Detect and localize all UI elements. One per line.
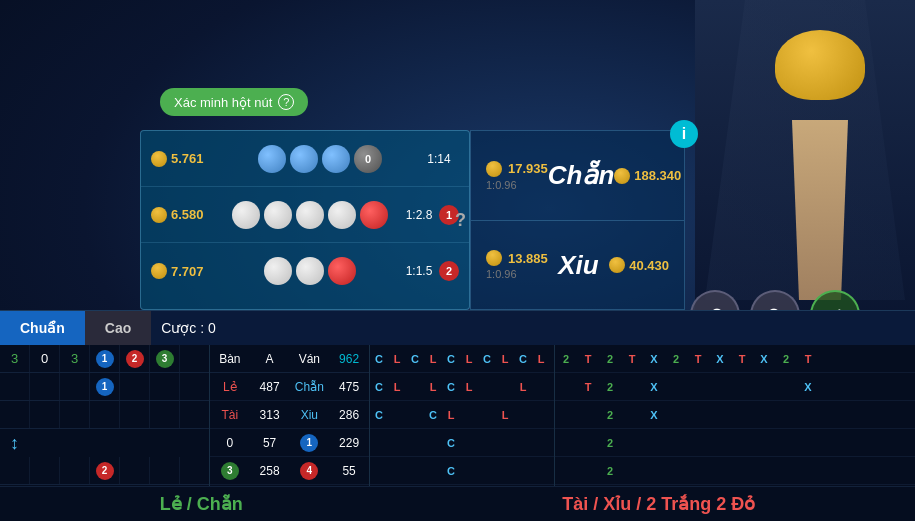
pr2-5: L: [442, 401, 460, 428]
stat-cell-2-2: [30, 373, 60, 400]
bet-option-chan[interactable]: 17.935 1:0.96 Chẵn 188.340: [470, 130, 685, 220]
mid-row-4: 3 258 4 55: [210, 457, 369, 485]
stat-cell-4-2: [30, 457, 60, 484]
rh-5: X: [643, 345, 665, 372]
stat-cell-3-1: [0, 401, 30, 428]
ratio-3: 1:1.5: [399, 264, 439, 278]
ph-8: L: [496, 345, 514, 372]
stat-cell-2-5: [120, 373, 150, 400]
pr2-1: C: [370, 401, 388, 428]
rr2-9: [731, 401, 753, 428]
pr3-1: [370, 429, 388, 456]
cao-button[interactable]: Cao: [85, 311, 151, 345]
pr3-4: [424, 429, 442, 456]
pr1-1: C: [370, 373, 388, 400]
pattern-row-1: C L L C L L: [370, 373, 554, 401]
xiu-left: 13.885: [486, 250, 548, 266]
rr3-10: [753, 429, 775, 456]
bet-amount-3: 7.707: [151, 263, 221, 279]
tai-label: Tài: [210, 401, 250, 428]
dice-2-3: [296, 201, 324, 229]
dice-1-3: [322, 145, 350, 173]
right-row-2: 2 X: [555, 401, 915, 429]
stat-row-4: 2: [0, 457, 209, 485]
dice-3-1: [264, 257, 292, 285]
dice-row-1: 5.761 0 1:14: [141, 131, 469, 187]
xiu-left-amount: 13.885: [508, 251, 548, 266]
stat-cell-1-4: 1: [90, 345, 120, 372]
four-badge-cell: 4: [290, 457, 330, 484]
stat-cell-2-1: [0, 373, 30, 400]
pr3-9: [514, 429, 532, 456]
scroll-arrow[interactable]: ↕: [10, 433, 19, 454]
stat-cell-1-3: 3: [60, 345, 90, 372]
ph-10: L: [532, 345, 550, 372]
chan-left-amount: 17.935: [508, 161, 548, 176]
ratio-2: 1:2.8: [399, 208, 439, 222]
rh-4: T: [621, 345, 643, 372]
pr4-10: [532, 457, 550, 484]
rh-12: T: [797, 345, 819, 372]
stat-cell-1-5: 2: [120, 345, 150, 372]
pr3-7: [478, 429, 496, 456]
pr2-10: [532, 401, 550, 428]
bet-panel[interactable]: 17.935 1:0.96 Chẵn 188.340 13.885 1:0.96…: [470, 130, 685, 310]
pr3-2: [388, 429, 406, 456]
dice-2-1: [232, 201, 260, 229]
one-badge: 1: [300, 434, 318, 452]
verify-button[interactable]: Xác minh hột nút ?: [160, 88, 308, 116]
stat-cell-4-5: [120, 457, 150, 484]
dice-2-4: [328, 201, 356, 229]
rr1-1: [555, 373, 577, 400]
rr2-5: X: [643, 401, 665, 428]
rr3-3: 2: [599, 429, 621, 456]
rr2-11: [775, 401, 797, 428]
right-header: 2 T 2 T X 2 T X T X 2 T: [555, 345, 915, 373]
chan-name: Chẵn: [548, 160, 615, 191]
three-val: 258: [250, 457, 290, 484]
four-val: 55: [329, 457, 369, 484]
ph-6: L: [460, 345, 478, 372]
pr1-10: [532, 373, 550, 400]
coin-icon-3: [151, 263, 167, 279]
mid-row-1: Lẻ 487 Chẵn 475: [210, 373, 369, 401]
rr2-4: [621, 401, 643, 428]
question-mark: ?: [455, 210, 466, 231]
badge-2-c: 2: [96, 462, 114, 480]
xiu-right-amount: 40.430: [629, 258, 669, 273]
pr4-1: [370, 457, 388, 484]
one-badge-cell: 1: [290, 429, 330, 456]
rr1-2: T: [577, 373, 599, 400]
coin-right-chan: [614, 168, 630, 184]
bet-option-xiu[interactable]: 13.885 1:0.96 Xiu 40.430: [470, 220, 685, 310]
pr2-8: L: [496, 401, 514, 428]
dice-container-1: 0: [221, 145, 419, 173]
rr1-3: 2: [599, 373, 621, 400]
dice-1-2: [290, 145, 318, 173]
ph-9: C: [514, 345, 532, 372]
rr3-12: [797, 429, 819, 456]
ratio-1: 1:14: [419, 152, 459, 166]
chuan-button[interactable]: Chuẩn: [0, 311, 85, 345]
rr4-3: 2: [599, 457, 621, 484]
three-badge-cell: 3: [210, 457, 250, 484]
four-badge: 4: [300, 462, 318, 480]
coin-icon-1: [151, 151, 167, 167]
help-icon: ?: [278, 94, 294, 110]
rh-2: T: [577, 345, 599, 372]
badge-1-b: 1: [96, 378, 114, 396]
one-val: 229: [329, 429, 369, 456]
pattern-row-2: C C L L: [370, 401, 554, 429]
xiu-ratio: 1:0.96: [486, 268, 548, 280]
pr4-9: [514, 457, 532, 484]
pr3-3: [406, 429, 424, 456]
stat-cell-4-1: [0, 457, 30, 484]
rr1-10: [753, 373, 775, 400]
info-icon[interactable]: i: [670, 120, 698, 148]
bet-text-1: 5.761: [171, 151, 204, 166]
dice-row-3: 7.707 1:1.5 2: [141, 243, 469, 299]
pr4-5: C: [442, 457, 460, 484]
pr2-2: [388, 401, 406, 428]
rr4-11: [775, 457, 797, 484]
rh-1: 2: [555, 345, 577, 372]
